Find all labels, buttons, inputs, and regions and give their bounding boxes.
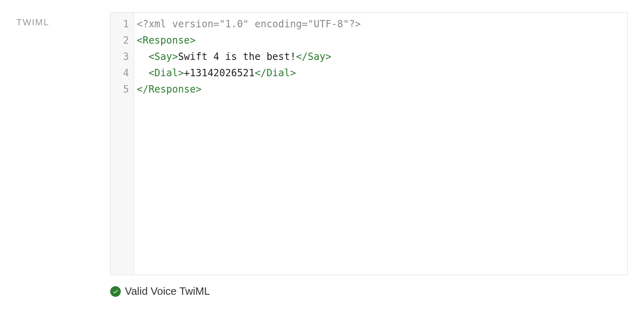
label-column: TWIML: [16, 12, 102, 298]
code-token: <Dial>: [149, 67, 184, 79]
validation-status: Valid Voice TwiML: [110, 285, 628, 298]
code-line[interactable]: <Say>Swift 4 is the best!</Say>: [137, 49, 361, 65]
code-token: <Say>: [149, 51, 178, 62]
line-number: 3: [111, 49, 134, 65]
code-line[interactable]: <?xml version="1.0" encoding="UTF-8"?>: [137, 16, 361, 32]
code-token: <?xml version="1.0" encoding="UTF-8"?>: [137, 18, 361, 30]
line-number-gutter: 12345: [111, 13, 134, 275]
validation-message: Valid Voice TwiML: [125, 285, 210, 298]
code-line[interactable]: <Response>: [137, 32, 361, 49]
check-circle-icon: [110, 286, 121, 297]
code-line[interactable]: <Dial>+13142026521</Dial>: [137, 65, 361, 81]
line-number: 5: [111, 81, 134, 97]
code-editor[interactable]: 12345 <?xml version="1.0" encoding="UTF-…: [110, 12, 628, 275]
code-token: [137, 49, 149, 65]
line-number: 4: [111, 65, 134, 81]
twiml-label: TWIML: [16, 17, 102, 28]
code-token: +13142026521: [184, 67, 255, 79]
line-number: 1: [111, 16, 134, 32]
code-token: </Response>: [137, 84, 202, 95]
code-line[interactable]: </Response>: [137, 81, 361, 97]
line-number: 2: [111, 32, 134, 49]
code-token: Swift 4 is the best!: [178, 51, 296, 62]
code-token: </Say>: [296, 51, 331, 62]
code-content[interactable]: <?xml version="1.0" encoding="UTF-8"?><R…: [134, 13, 361, 275]
editor-column: 12345 <?xml version="1.0" encoding="UTF-…: [110, 12, 628, 298]
code-token: [137, 65, 149, 81]
code-token: </Dial>: [255, 67, 296, 79]
twiml-editor-container: TWIML 12345 <?xml version="1.0" encoding…: [16, 12, 628, 298]
code-token: <Response>: [137, 35, 196, 46]
